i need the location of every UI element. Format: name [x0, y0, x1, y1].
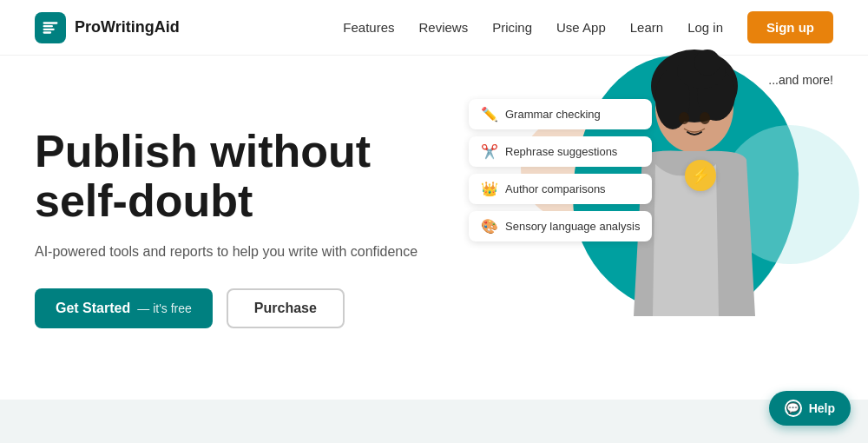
sensory-icon: 🎨 [481, 218, 498, 235]
purchase-button[interactable]: Purchase [227, 288, 345, 328]
author-icon: 👑 [481, 181, 498, 197]
cta-buttons: Get Started — it's free Purchase [35, 288, 418, 328]
signup-button[interactable]: Sign up [747, 11, 833, 43]
nav-features[interactable]: Features [343, 20, 394, 35]
help-label: Help [809, 401, 835, 415]
logo-icon [35, 12, 66, 43]
logo-text: ProWritingAid [75, 18, 180, 36]
sensory-label: Sensory language analysis [505, 220, 640, 233]
pill-sensory: 🎨 Sensory language analysis [469, 211, 652, 241]
nav-login[interactable]: Log in [687, 20, 723, 35]
grammar-label: Grammar checking [505, 108, 601, 121]
svg-point-5 [679, 112, 689, 124]
lightning-badge: ⚡ [685, 160, 716, 191]
pill-grammar: ✏️ Grammar checking [469, 99, 652, 129]
rephrase-icon: ✂️ [481, 143, 498, 160]
chat-icon: 💬 [785, 400, 802, 417]
logo-area[interactable]: ProWritingAid [35, 12, 180, 43]
author-label: Author comparisons [505, 182, 606, 195]
pill-author: 👑 Author comparisons [469, 174, 652, 204]
help-button[interactable]: 💬 Help [769, 391, 851, 426]
pill-rephrase: ✂️ Rephrase suggestions [469, 136, 652, 167]
get-started-label: Get Started [56, 301, 130, 316]
hero-title: Publish without self-doubt [35, 127, 418, 226]
nav-pricing[interactable]: Pricing [492, 20, 532, 35]
svg-point-6 [700, 112, 710, 124]
nav-use-app[interactable]: Use App [556, 20, 606, 35]
svg-point-8 [694, 50, 720, 76]
nav-learn[interactable]: Learn [630, 20, 663, 35]
hero-left: Publish without self-doubt AI-powered to… [35, 127, 418, 328]
main-nav: Features Reviews Pricing Use App Learn L… [343, 11, 833, 43]
free-label: — it's free [137, 301, 192, 315]
hero-subtitle: AI-powered tools and reports to help you… [35, 241, 418, 262]
get-started-button[interactable]: Get Started — it's free [35, 288, 213, 328]
nav-reviews[interactable]: Reviews [418, 20, 468, 35]
and-more-label: ...and more! [768, 73, 833, 87]
hero-illustration: ✏️ Grammar checking ✂️ Rephrase suggesti… [451, 47, 868, 377]
rephrase-label: Rephrase suggestions [505, 145, 617, 158]
grammar-icon: ✏️ [481, 106, 498, 122]
feature-pills: ✏️ Grammar checking ✂️ Rephrase suggesti… [469, 99, 652, 241]
footer-strip [0, 400, 868, 443]
